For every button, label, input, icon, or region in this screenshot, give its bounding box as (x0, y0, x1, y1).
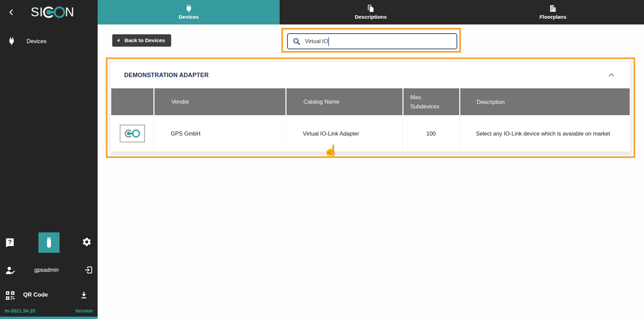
column-header-max-subdevices: Max. Subdevices (402, 88, 459, 115)
plug-icon (8, 37, 15, 45)
help-button[interactable]: ? (5, 237, 15, 249)
search-value: Virtual IO (305, 38, 328, 45)
sidebar-collapse-icon[interactable] (6, 7, 16, 17)
table-header-row: Vendor Catalog Name Max. Subdevices Desc… (111, 88, 630, 115)
download-icon[interactable] (79, 290, 88, 300)
sidebar-accent-bar (0, 317, 98, 319)
search-input[interactable]: Virtual IO (287, 33, 457, 49)
documents-icon (367, 4, 375, 13)
tab-label: Floorplans (540, 14, 566, 20)
arrow-left-icon (116, 38, 120, 42)
tab-floorplans[interactable]: Floorplans (462, 0, 644, 24)
sidebar-quick-icons: ? (0, 232, 98, 253)
tab-devices[interactable]: Devices (98, 0, 280, 24)
version-bar: m-2021.54.20 Version (0, 305, 98, 317)
main-content: Back to Devices Virtual IO DEMONSTRATION… (98, 24, 644, 319)
cell-catalog-name: Virtual IO-Link Adapter (285, 115, 402, 152)
user-row: gpsadmin (0, 260, 98, 280)
panel-title: DEMONSTRATION ADAPTER (124, 72, 209, 79)
building-icon (549, 4, 557, 13)
device-logo-box (120, 125, 145, 142)
username-label: gpsadmin (34, 267, 59, 273)
adapter-table: Vendor Catalog Name Max. Subdevices Desc… (111, 88, 630, 153)
logout-icon[interactable] (84, 265, 93, 274)
cell-vendor: GPS GmbH (153, 115, 285, 152)
qr-code-icon (5, 290, 15, 301)
app-logo: SI N (31, 5, 75, 19)
adapter-card-header: DEMONSTRATION ADAPTER (110, 62, 631, 88)
settings-button[interactable] (82, 237, 92, 248)
logo-text-left: SI (31, 5, 43, 19)
column-header-catalog-name: Catalog Name (285, 88, 402, 115)
logo-text-right: N (65, 5, 75, 19)
device-icon-cell (111, 115, 153, 152)
cell-max-subdevices: 100 (402, 115, 459, 152)
sidebar-item-devices[interactable]: Devices (0, 33, 98, 49)
table-row-virtual-adapter[interactable]: GPS GmbH Virtual IO-Link Adapter 100 Sel… (111, 115, 630, 153)
sidebar-item-label: Devices (27, 38, 47, 45)
logo-link-icon (42, 5, 66, 19)
column-header-vendor: Vendor (153, 88, 285, 115)
help-icon: ? (5, 237, 15, 247)
cell-description: Select any IO-Link device which is avaia… (459, 115, 630, 152)
text-caret (328, 37, 329, 46)
qr-code-label: QR Code (23, 291, 48, 298)
collapse-chevron-icon[interactable] (607, 71, 616, 79)
top-tab-bar: Devices Descriptions Floorplans (98, 0, 644, 24)
plug-icon (185, 4, 193, 13)
search-highlight-frame: Virtual IO (281, 28, 461, 53)
adapter-card: DEMONSTRATION ADAPTER Vendor Catalog Nam… (110, 62, 631, 154)
column-header-description: Description (459, 88, 630, 115)
tab-descriptions[interactable]: Descriptions (280, 0, 462, 24)
usb-stick-icon (44, 237, 54, 248)
io-link-logo-icon (124, 128, 141, 139)
svg-text:?: ? (8, 239, 12, 246)
tab-label: Descriptions (355, 14, 387, 20)
back-button-label: Back to Devices (125, 37, 165, 43)
sidebar-header: SI N (0, 0, 98, 24)
user-check-icon (5, 265, 16, 276)
gear-icon (82, 237, 92, 247)
adapter-panel-highlight-frame: DEMONSTRATION ADAPTER Vendor Catalog Nam… (106, 57, 635, 158)
back-to-devices-button[interactable]: Back to Devices (112, 34, 171, 47)
tab-label: Devices (179, 14, 199, 20)
version-label: Version (75, 308, 93, 314)
version-value: m-2021.54.20 (5, 308, 35, 314)
qr-code-row[interactable]: QR Code (0, 285, 98, 305)
sidebar: SI N Devices ? (0, 0, 98, 319)
column-header-icon (111, 88, 153, 115)
usb-devices-button[interactable] (38, 232, 60, 253)
search-icon (293, 37, 301, 46)
